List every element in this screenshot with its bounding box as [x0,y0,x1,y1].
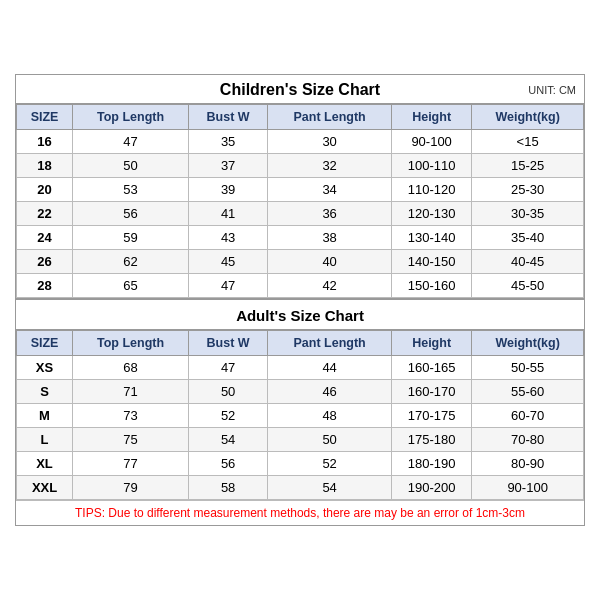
table-row: XXL795854190-20090-100 [17,476,584,500]
adults-col-weight: Weight(kg) [472,331,584,356]
table-cell: 62 [73,250,189,274]
table-cell: 47 [188,356,267,380]
table-cell: 77 [73,452,189,476]
table-cell: 52 [268,452,392,476]
table-row: L755450175-18070-80 [17,428,584,452]
table-cell: 52 [188,404,267,428]
table-cell: 80-90 [472,452,584,476]
table-row: M735248170-17560-70 [17,404,584,428]
table-cell: 170-175 [391,404,471,428]
table-cell: 47 [73,130,189,154]
table-cell: 48 [268,404,392,428]
adults-table: SIZE Top Length Bust W Pant Length Heigh… [16,330,584,500]
table-cell: <15 [472,130,584,154]
table-cell: XXL [17,476,73,500]
table-cell: 30 [268,130,392,154]
table-row: 24594338130-14035-40 [17,226,584,250]
table-cell: 34 [268,178,392,202]
table-row: 26624540140-15040-45 [17,250,584,274]
table-row: 28654742150-16045-50 [17,274,584,298]
table-cell: 35-40 [472,226,584,250]
table-cell: 45-50 [472,274,584,298]
adults-header-row: SIZE Top Length Bust W Pant Length Heigh… [17,331,584,356]
table-row: 22564136120-13030-35 [17,202,584,226]
table-cell: 75 [73,428,189,452]
table-cell: 44 [268,356,392,380]
table-cell: 26 [17,250,73,274]
table-cell: 180-190 [391,452,471,476]
table-cell: 160-170 [391,380,471,404]
children-col-weight: Weight(kg) [472,105,584,130]
table-cell: 90-100 [391,130,471,154]
table-cell: 140-150 [391,250,471,274]
table-row: 18503732100-11015-25 [17,154,584,178]
table-cell: S [17,380,73,404]
table-cell: L [17,428,73,452]
children-col-size: SIZE [17,105,73,130]
size-chart-container: Children's Size Chart UNIT: CM SIZE Top … [15,74,585,526]
table-cell: 160-165 [391,356,471,380]
table-cell: 15-25 [472,154,584,178]
table-cell: 56 [188,452,267,476]
table-cell: 130-140 [391,226,471,250]
unit-label: UNIT: CM [528,84,576,96]
children-col-bust-w: Bust W [188,105,267,130]
table-cell: M [17,404,73,428]
table-cell: 65 [73,274,189,298]
adults-table-body: XS684744160-16550-55S715046160-17055-60M… [17,356,584,500]
children-col-height: Height [391,105,471,130]
children-col-pant-length: Pant Length [268,105,392,130]
table-cell: 28 [17,274,73,298]
table-cell: 50-55 [472,356,584,380]
table-cell: 59 [73,226,189,250]
table-cell: XS [17,356,73,380]
table-cell: 60-70 [472,404,584,428]
table-cell: 20 [17,178,73,202]
table-cell: 50 [73,154,189,178]
table-cell: 37 [188,154,267,178]
table-row: 20533934110-12025-30 [17,178,584,202]
table-cell: 46 [268,380,392,404]
table-cell: 150-160 [391,274,471,298]
table-cell: 110-120 [391,178,471,202]
adults-chart-title: Adult's Size Chart [16,298,584,330]
children-chart-title: Children's Size Chart [220,81,380,99]
table-cell: 40 [268,250,392,274]
table-cell: 58 [188,476,267,500]
table-row: 1647353090-100<15 [17,130,584,154]
adults-col-pant-length: Pant Length [268,331,392,356]
table-cell: 56 [73,202,189,226]
table-row: XL775652180-19080-90 [17,452,584,476]
table-cell: 22 [17,202,73,226]
table-cell: 73 [73,404,189,428]
adults-col-top-length: Top Length [73,331,189,356]
table-cell: 175-180 [391,428,471,452]
table-cell: 79 [73,476,189,500]
children-table: SIZE Top Length Bust W Pant Length Heigh… [16,104,584,298]
table-cell: 50 [188,380,267,404]
adults-col-height: Height [391,331,471,356]
table-row: XS684744160-16550-55 [17,356,584,380]
table-cell: 30-35 [472,202,584,226]
table-cell: 24 [17,226,73,250]
children-col-top-length: Top Length [73,105,189,130]
table-cell: 53 [73,178,189,202]
table-cell: 45 [188,250,267,274]
table-cell: 36 [268,202,392,226]
table-cell: 25-30 [472,178,584,202]
table-cell: 70-80 [472,428,584,452]
table-cell: 18 [17,154,73,178]
table-cell: 35 [188,130,267,154]
table-cell: 120-130 [391,202,471,226]
children-title-row: Children's Size Chart UNIT: CM [16,75,584,104]
table-cell: 100-110 [391,154,471,178]
table-cell: 55-60 [472,380,584,404]
children-table-body: 1647353090-100<1518503732100-11015-25205… [17,130,584,298]
table-cell: 41 [188,202,267,226]
table-cell: 68 [73,356,189,380]
table-cell: 71 [73,380,189,404]
table-cell: 38 [268,226,392,250]
children-header-row: SIZE Top Length Bust W Pant Length Heigh… [17,105,584,130]
table-cell: 90-100 [472,476,584,500]
table-cell: 43 [188,226,267,250]
